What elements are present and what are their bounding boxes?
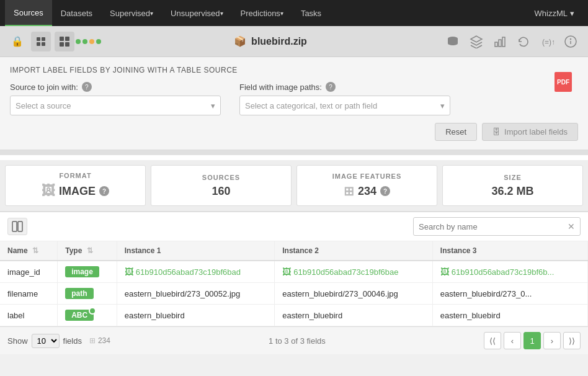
sort-icon[interactable]: ⇅ [87,246,93,255]
database-small-icon: 🗄 [492,127,501,137]
database-icon[interactable] [443,32,463,51]
chevron-down-icon: ▾ [280,10,283,17]
chevron-down-icon: ▾ [150,10,153,17]
reset-button[interactable]: Reset [435,123,477,141]
cell-name: filename [0,283,58,305]
svg-rect-6 [60,42,64,47]
nav-tasks[interactable]: Tasks [292,0,330,26]
info-icon[interactable] [561,32,581,51]
chevron-down-icon: ▾ [211,101,215,110]
nav-datasets[interactable]: Datasets [52,0,101,26]
cell-instance3: eastern_bluebird/273_0... [432,283,587,305]
page-1-button[interactable]: 1 [523,332,541,349]
nav-unsupervised[interactable]: Unsupervised ▾ [162,0,232,26]
image-placeholder-icon: 🖼 [42,183,55,199]
fields-label: fields [63,336,82,346]
field-label: Field with image paths: ? [239,82,450,92]
format-help-icon[interactable]: ? [99,186,109,196]
import-button[interactable]: 🗄 Import label fields [482,123,578,141]
type-badge: image [65,266,99,277]
chart-icon[interactable] [490,32,510,51]
search-box: ✕ [413,217,581,236]
source-field: Source to join with: ? Select a source ▾ [10,82,221,115]
svg-rect-2 [37,42,40,46]
col-instance1: Instance 1 [117,241,275,261]
instance-link[interactable]: 🖼61b910d56abad73c19bf6bae [282,267,425,277]
type-badge: ABC [65,310,94,321]
prev-page-button[interactable]: ‹ [504,332,521,349]
svg-rect-16 [12,222,17,231]
grid-icon[interactable] [55,32,74,51]
table-footer: Show 10 25 50 fields ⊞ 234 1 to 3 of 3 f… [0,326,588,354]
svg-rect-0 [37,37,40,41]
import-section: IMPORT LABEL FIELDS BY JOINING WITH A TA… [0,57,588,150]
layers-icon[interactable] [466,32,486,51]
chevron-down-icon: ▾ [220,10,223,17]
svg-rect-11 [502,37,505,47]
svg-rect-5 [65,37,69,41]
more-icon[interactable] [78,32,98,51]
svg-rect-7 [65,42,69,47]
stat-format-label: FORMAT [59,172,91,179]
nav-supervised[interactable]: Supervised ▾ [101,0,162,26]
sort-icon[interactable]: ⇅ [32,246,38,255]
stats-row: FORMAT 🖼 IMAGE ? SOURCES 160 IMAGE FEAT [0,160,588,212]
nav-sources[interactable]: Sources [5,0,52,26]
source-select[interactable]: Select a source ▾ [10,96,221,115]
pdf-icon[interactable]: PDF [555,72,572,92]
stat-sources: SOURCES 160 [151,165,292,206]
data-table: Name ⇅ Type ⇅ Instance 1 Instance 2 Inst… [0,241,588,326]
svg-rect-17 [18,222,22,231]
clear-search-button[interactable]: ✕ [568,222,575,231]
formula-icon[interactable]: (=)↑ [537,32,557,51]
svg-rect-4 [60,37,64,41]
table-row: image_idimage🖼61b910d56abad73c19bf6bad🖼6… [0,261,588,283]
stat-size: SIZE 36.2 MB [442,165,583,206]
instance-link[interactable]: 🖼61b910d56abad73c19bf6b... [440,267,580,277]
chevron-down-icon: ▾ [570,9,574,18]
type-badge: path [65,288,93,299]
cell-instance1: eastern_bluebird [117,305,275,326]
refresh-icon[interactable] [514,32,533,51]
svg-point-15 [571,38,571,39]
cell-name: label [0,305,58,326]
field-select[interactable]: Select a categorical, text or path field… [239,96,450,115]
cell-instance1: eastern_bluebird/273_00052.jpg [117,283,275,305]
cell-type: path [58,283,117,305]
features-help-icon[interactable]: ? [380,186,390,196]
svg-text:(=)↑: (=)↑ [542,38,554,47]
zip-icon: 📦 [234,35,246,47]
cell-instance2: 🖼61b910d56abad73c19bf6bae [275,261,433,283]
navbar: Sources Datasets Supervised ▾ Unsupervis… [0,0,588,26]
instance-link[interactable]: 🖼61b910d56abad73c19bf6bad [125,267,267,277]
stat-features-label: IMAGE FEATURES [332,172,402,180]
first-page-button[interactable]: ⟨⟨ [484,332,501,349]
col-instance3: Instance 3 [432,241,587,261]
nav-whizzml[interactable]: WhizzML ▾ [526,9,583,18]
svg-rect-1 [42,37,45,41]
last-page-button[interactable]: ⟩⟩ [563,332,581,349]
stat-size-value: 36.2 MB [491,185,533,198]
nav-predictions[interactable]: Predictions ▾ [232,0,292,26]
cell-name: image_id [0,261,58,283]
cell-type: ABC [58,305,117,326]
column-view-icon[interactable] [7,218,27,235]
col-instance2: Instance 2 [275,241,433,261]
svg-rect-3 [42,42,45,46]
image-count-value: 234 [98,336,110,345]
stat-sources-label: SOURCES [202,174,240,181]
upload-icon[interactable] [31,32,51,51]
footer-count: ⊞ 234 [89,336,110,345]
stat-features: IMAGE FEATURES ⊞ 234 ? [296,165,437,206]
next-page-button[interactable]: › [543,332,561,349]
svg-rect-9 [495,42,497,47]
stat-format-value: IMAGE [59,185,96,198]
cell-instance3: 🖼61b910d56abad73c19bf6b... [432,261,587,283]
pagination: ⟨⟨ ‹ 1 › ⟩⟩ [484,332,581,349]
search-input[interactable] [419,222,564,231]
field-help-icon[interactable]: ? [326,82,336,92]
lock-icon[interactable]: 🔒 [7,32,27,51]
show-select[interactable]: 10 25 50 [32,334,60,348]
stat-sources-value: 160 [212,185,230,198]
source-help-icon[interactable]: ? [82,82,92,92]
